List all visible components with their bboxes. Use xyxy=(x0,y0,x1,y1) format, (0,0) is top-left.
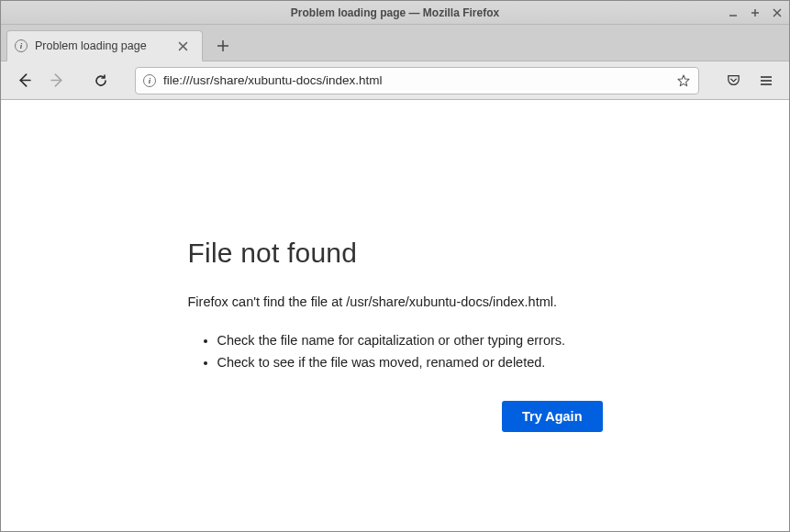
page-content: File not found Firefox can't find the fi… xyxy=(1,100,789,531)
error-tip: Check the file name for capitalization o… xyxy=(217,333,603,348)
error-heading: File not found xyxy=(188,238,603,269)
browser-tab[interactable]: i Problem loading page xyxy=(6,30,203,61)
pocket-button[interactable] xyxy=(719,67,747,94)
window-controls xyxy=(727,1,784,25)
error-message: Firefox can't find the file at /usr/shar… xyxy=(188,294,603,309)
minimize-icon[interactable] xyxy=(727,6,740,19)
tab-title: Problem loading page xyxy=(35,39,171,52)
error-tips-list: Check the file name for capitalization o… xyxy=(188,333,603,370)
bookmark-star-icon[interactable] xyxy=(676,73,691,88)
maximize-icon[interactable] xyxy=(749,6,762,19)
try-again-button[interactable]: Try Again xyxy=(502,401,603,432)
reload-button[interactable] xyxy=(87,67,115,94)
error-tip: Check to see if the file was moved, rena… xyxy=(217,355,603,370)
info-icon: i xyxy=(15,39,28,52)
navigation-toolbar: i xyxy=(1,61,789,100)
site-info-icon[interactable]: i xyxy=(143,74,156,87)
url-bar[interactable]: i xyxy=(135,67,699,94)
error-panel: File not found Firefox can't find the fi… xyxy=(188,238,603,531)
forward-button[interactable] xyxy=(43,67,71,94)
close-icon[interactable] xyxy=(771,6,784,19)
tab-bar: i Problem loading page xyxy=(1,25,789,61)
window-title: Problem loading page — Mozilla Firefox xyxy=(291,6,499,19)
hamburger-menu-button[interactable] xyxy=(752,67,780,94)
url-input[interactable] xyxy=(163,73,669,87)
button-row: Try Again xyxy=(188,401,603,432)
tab-close-icon[interactable] xyxy=(178,41,195,51)
back-button[interactable] xyxy=(10,67,38,94)
window-titlebar: Problem loading page — Mozilla Firefox xyxy=(1,1,789,25)
new-tab-button[interactable] xyxy=(208,31,238,61)
